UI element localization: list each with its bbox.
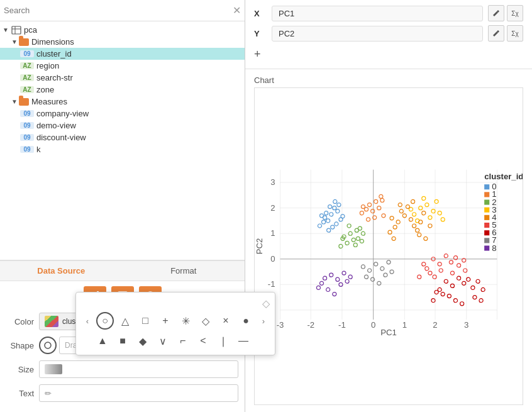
- svg-point-65: [368, 203, 372, 207]
- shape-tri-filled[interactable]: ▲: [94, 332, 111, 350]
- shape-bar[interactable]: ∣: [214, 332, 232, 350]
- svg-point-73: [360, 211, 363, 215]
- shape-circle[interactable]: ○: [96, 312, 114, 330]
- svg-text:PC2: PC2: [255, 238, 264, 255]
- svg-point-60: [337, 203, 341, 207]
- svg-point-150: [479, 299, 483, 303]
- shape-diamond[interactable]: ◇: [197, 312, 214, 330]
- caret-icon: ▼: [3, 26, 9, 33]
- x-axis-pill[interactable]: PC1: [272, 6, 483, 21]
- svg-point-106: [416, 228, 419, 232]
- svg-point-86: [347, 224, 351, 228]
- svg-point-70: [380, 198, 384, 202]
- shape-corner[interactable]: ⌐: [174, 332, 192, 350]
- tree-item-region[interactable]: AZ region: [0, 60, 245, 72]
- shape-square-filled[interactable]: ■: [114, 332, 131, 350]
- svg-point-110: [422, 211, 426, 215]
- svg-point-148: [431, 299, 435, 303]
- tree-root-label: pca: [24, 25, 37, 35]
- shape-picker-clear[interactable]: ◇: [262, 298, 270, 309]
- svg-point-140: [467, 277, 470, 281]
- tree-item-demo-view[interactable]: 09 demo-view: [0, 120, 245, 131]
- svg-point-117: [428, 224, 432, 228]
- color-swatch: [45, 316, 58, 327]
- x-axis-actions: Σχ: [488, 5, 523, 21]
- shape-next-btn[interactable]: ›: [257, 315, 270, 327]
- svg-point-51: [326, 219, 330, 223]
- svg-rect-177: [484, 199, 489, 204]
- measures-folder[interactable]: ▼ Measures: [0, 96, 245, 108]
- chart-legend: cluster_id 0 1 2 3 4 5 6: [484, 172, 523, 253]
- svg-point-68: [371, 209, 375, 213]
- y-formula-btn[interactable]: Σχ: [507, 25, 523, 42]
- svg-point-85: [353, 243, 357, 247]
- svg-text:1: 1: [402, 320, 407, 330]
- tree-item-cluster-id[interactable]: 09 cluster_id: [0, 48, 245, 60]
- add-field-button[interactable]: +: [254, 45, 523, 64]
- svg-rect-175: [484, 192, 489, 197]
- svg-point-64: [341, 214, 345, 218]
- shape-dash[interactable]: —: [235, 332, 252, 350]
- svg-point-72: [382, 214, 385, 218]
- y-edit-btn[interactable]: [488, 25, 504, 42]
- search-input[interactable]: [4, 6, 233, 15]
- x-formula-btn[interactable]: Σχ: [507, 5, 523, 21]
- shape-cross[interactable]: ×: [217, 312, 235, 330]
- svg-point-153: [368, 269, 372, 272]
- svg-point-81: [358, 226, 362, 230]
- shape-square[interactable]: □: [136, 312, 154, 330]
- shape-row-2: ▲ ■ ◆ ∨ ⌐ < ∣ —: [81, 332, 270, 350]
- svg-text:-3: -3: [277, 320, 284, 330]
- size-pill[interactable]: [39, 360, 238, 378]
- svg-text:3: 3: [270, 177, 275, 187]
- svg-point-143: [453, 299, 457, 303]
- close-icon[interactable]: ✕: [233, 4, 241, 16]
- svg-point-168: [345, 279, 349, 283]
- y-axis-pill[interactable]: PC2: [272, 26, 483, 42]
- svg-point-61: [327, 228, 331, 232]
- tree-item-k[interactable]: 09 k: [0, 143, 245, 155]
- svg-point-170: [333, 292, 336, 296]
- shape-diamond-filled[interactable]: ◆: [134, 332, 152, 350]
- svg-point-123: [449, 260, 453, 264]
- tree-item-discount-view[interactable]: 09 discount-view: [0, 131, 245, 143]
- shape-plus[interactable]: +: [157, 312, 174, 330]
- tree-item-search-str[interactable]: AZ search-str: [0, 72, 245, 84]
- shape-vee[interactable]: ∨: [154, 332, 172, 350]
- search-bar: ✕: [0, 0, 245, 21]
- shelf-area: Color cluster_id ← Shape: [0, 281, 245, 412]
- svg-point-48: [330, 213, 333, 216]
- svg-point-82: [345, 241, 349, 245]
- y-axis-label: Y: [254, 29, 267, 38]
- tab-format[interactable]: Format: [123, 261, 245, 282]
- axes-area: X PC1 Σχ Y PC2 Σχ: [245, 0, 532, 69]
- shape-triangle[interactable]: △: [116, 312, 134, 330]
- dimensions-folder[interactable]: ▼ Dimensions: [0, 36, 245, 48]
- svg-point-171: [348, 275, 352, 279]
- svg-point-141: [447, 294, 451, 298]
- svg-rect-183: [484, 223, 489, 228]
- shape-indicator[interactable]: [39, 337, 57, 354]
- svg-point-142: [471, 286, 475, 289]
- svg-point-91: [425, 203, 429, 207]
- folder-icon: [19, 38, 29, 46]
- shape-prev-btn[interactable]: ‹: [81, 315, 94, 327]
- type-badge-region: AZ: [20, 62, 34, 69]
- tab-data-source[interactable]: Data Source: [0, 261, 123, 282]
- tree-root[interactable]: ▼ pca: [0, 24, 245, 36]
- svg-text:0: 0: [371, 320, 375, 330]
- measures-caret: ▼: [11, 98, 18, 105]
- shape-asterisk[interactable]: ✳: [177, 312, 194, 330]
- chart-title: Chart: [254, 75, 523, 85]
- bottom-tabs: Data Source Format: [0, 260, 245, 281]
- text-pill[interactable]: ✏: [39, 384, 238, 402]
- svg-text:1: 1: [270, 228, 275, 238]
- tree-item-zone[interactable]: AZ zone: [0, 84, 245, 96]
- shape-angle[interactable]: <: [194, 332, 212, 350]
- svg-point-98: [438, 211, 441, 215]
- shape-circle-filled[interactable]: ●: [237, 312, 255, 330]
- svg-point-111: [390, 216, 394, 220]
- svg-point-116: [411, 199, 415, 203]
- tree-item-company-view[interactable]: 09 company-view: [0, 108, 245, 120]
- x-edit-btn[interactable]: [488, 5, 504, 21]
